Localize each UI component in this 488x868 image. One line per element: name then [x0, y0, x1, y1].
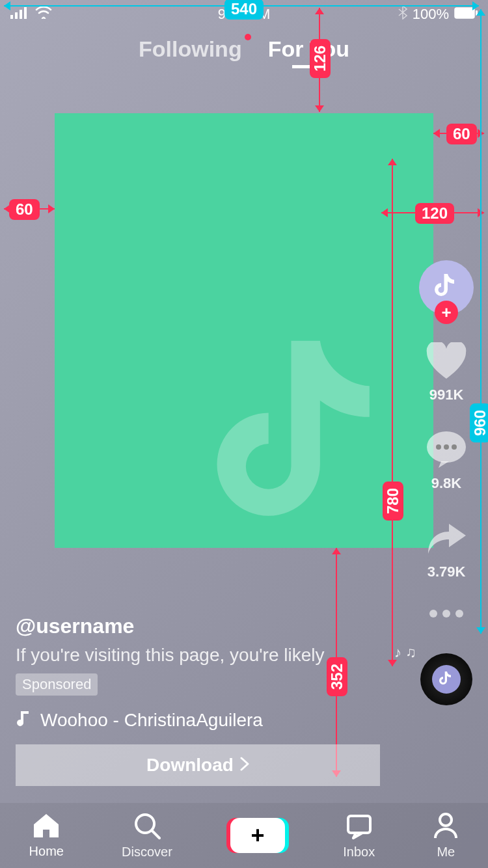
- sound-disc: ♪ ♫: [420, 653, 472, 705]
- comment-count: 9.8K: [431, 475, 461, 492]
- profile-icon: [433, 812, 459, 842]
- nav-inbox[interactable]: Inbox: [343, 812, 375, 860]
- annotation-rail-height-ruler: [392, 159, 393, 666]
- heart-icon: [424, 338, 469, 384]
- download-cta-button[interactable]: Download: [16, 744, 380, 786]
- svg-rect-1: [15, 12, 18, 19]
- annotation-rail-width-label: 120: [415, 203, 454, 224]
- search-icon: [133, 812, 161, 842]
- chevron-right-icon: [240, 755, 249, 776]
- tab-for-you-label: For You: [268, 36, 349, 61]
- battery-percent: 100%: [413, 6, 449, 23]
- status-left: [10, 6, 52, 23]
- inbox-icon: [346, 812, 373, 842]
- svg-rect-2: [20, 10, 22, 19]
- svg-rect-4: [455, 8, 474, 18]
- annotation-left-margin-label: 60: [9, 199, 40, 220]
- avatar: +: [419, 260, 474, 315]
- tab-following[interactable]: Following: [139, 36, 242, 62]
- svg-rect-0: [10, 15, 13, 19]
- nav-home[interactable]: Home: [29, 813, 64, 859]
- tab-for-you[interactable]: For You: [268, 36, 349, 62]
- share-button[interactable]: 3.79K: [424, 515, 469, 580]
- nav-discover[interactable]: Discover: [122, 812, 172, 860]
- signal-icon: [10, 6, 30, 23]
- svg-point-12: [455, 610, 463, 617]
- nav-me-label: Me: [437, 845, 455, 860]
- svg-point-11: [442, 610, 450, 617]
- nav-me[interactable]: Me: [433, 812, 459, 860]
- annotation-top-gap-label: 126: [310, 39, 331, 78]
- caption-area: @username If you're visiting this page, …: [16, 614, 377, 731]
- annotation-right-top-label: 60: [446, 124, 477, 144]
- more-button[interactable]: [424, 604, 469, 623]
- notification-dot: [245, 34, 251, 40]
- safe-zone-overlay: [55, 113, 433, 548]
- like-button[interactable]: 991K: [424, 338, 469, 403]
- bluetooth-icon: [398, 5, 407, 23]
- username[interactable]: @username: [16, 614, 377, 638]
- feed-tabs: Following For You: [0, 36, 488, 62]
- nav-home-label: Home: [29, 844, 64, 859]
- profile-avatar-button[interactable]: +: [419, 260, 474, 315]
- nav-discover-label: Discover: [122, 845, 172, 860]
- wifi-icon: [35, 6, 52, 23]
- like-count: 991K: [429, 387, 464, 403]
- upload-button-icon: +: [230, 818, 285, 853]
- music-note-icon: [16, 709, 31, 731]
- comment-icon: [424, 427, 469, 472]
- more-icon: [424, 604, 469, 623]
- sponsored-badge: Sponsored: [16, 673, 98, 696]
- sound-disc-button[interactable]: ♪ ♫: [420, 653, 472, 705]
- home-icon: [33, 813, 60, 841]
- share-icon: [424, 515, 469, 561]
- svg-point-10: [429, 610, 437, 617]
- disc-logo-icon: [439, 670, 454, 688]
- svg-rect-15: [348, 816, 370, 833]
- annotation-right-height-ruler: [480, 9, 481, 634]
- tiktok-logo-icon: [432, 271, 461, 304]
- annotation-rail-height-label: 780: [383, 481, 403, 521]
- cta-label: Download: [146, 755, 234, 776]
- comment-button[interactable]: 9.8K: [424, 427, 469, 492]
- status-right: 100%: [398, 5, 478, 23]
- tab-following-label: Following: [139, 36, 242, 61]
- nav-inbox-label: Inbox: [343, 845, 375, 860]
- tiktok-watermark-icon: [206, 320, 414, 567]
- svg-point-8: [444, 444, 449, 450]
- sound-title: Woohoo - ChristinaAguilera: [40, 710, 263, 731]
- svg-line-14: [152, 831, 159, 838]
- bottom-nav: Home Discover + Inbox Me: [0, 803, 488, 868]
- follow-plus-icon[interactable]: +: [435, 301, 458, 324]
- annotation-top-width-label: 540: [224, 0, 264, 20]
- share-count: 3.79K: [427, 563, 466, 580]
- music-notes-icon: ♪ ♫: [394, 644, 416, 661]
- svg-point-16: [440, 814, 452, 826]
- safe-zone-notch: [379, 113, 433, 152]
- nav-upload[interactable]: +: [230, 818, 285, 853]
- action-rail: + 991K 9.8K 3.79K ♪ ♫: [414, 260, 479, 705]
- svg-point-7: [436, 444, 441, 450]
- svg-point-9: [452, 444, 457, 450]
- sound-row[interactable]: Woohoo - ChristinaAguilera: [16, 709, 377, 731]
- caption-text: If you're visiting this page, you're lik…: [16, 645, 377, 666]
- svg-rect-3: [24, 7, 27, 19]
